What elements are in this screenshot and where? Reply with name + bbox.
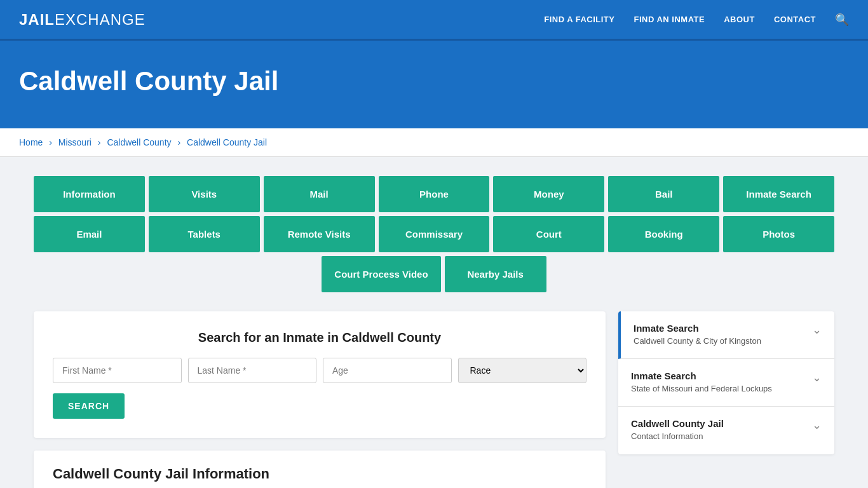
btn-phone[interactable]: Phone — [379, 176, 490, 212]
sidebar-item-1-subtitle: State of Missouri and Federal Lockups — [631, 383, 772, 395]
logo[interactable]: JAIL EXCHANGE — [19, 11, 146, 29]
btn-court-process-video[interactable]: Court Process Video — [322, 256, 440, 292]
breadcrumb-missouri[interactable]: Missouri — [58, 137, 92, 147]
age-input[interactable] — [323, 358, 452, 383]
sidebar-card: Inmate Search Caldwell County & City of … — [618, 311, 834, 454]
breadcrumb: Home › Missouri › Caldwell County › Cald… — [0, 128, 868, 157]
nav-contact[interactable]: CONTACT — [774, 15, 816, 24]
btn-mail[interactable]: Mail — [264, 176, 375, 212]
category-buttons-row1: Information Visits Mail Phone Money Bail… — [34, 176, 834, 212]
breadcrumb-sep-3: › — [177, 137, 180, 147]
btn-photos[interactable]: Photos — [723, 216, 834, 252]
btn-inmate-search[interactable]: Inmate Search — [723, 176, 834, 212]
sidebar-item-2-title: Caldwell County Jail — [631, 418, 724, 429]
nav-find-facility[interactable]: FIND A FACILITY — [544, 15, 614, 24]
nav-links: FIND A FACILITY FIND AN INMATE ABOUT CON… — [544, 13, 849, 27]
search-button[interactable]: SEARCH — [53, 393, 125, 419]
category-buttons-row3: Court Process Video Nearby Jails — [34, 256, 834, 292]
last-name-input[interactable] — [188, 358, 317, 383]
search-fields: RaceWhiteBlackHispanicAsianOther — [53, 358, 587, 383]
btn-court[interactable]: Court — [493, 216, 604, 252]
content-columns: Search for an Inmate in Caldwell County … — [34, 311, 834, 488]
sidebar-item-1-title: Inmate Search — [631, 370, 772, 381]
sidebar-item-1[interactable]: Inmate Search State of Missouri and Fede… — [618, 359, 834, 407]
sidebar-item-2-subtitle: Contact Information — [631, 431, 724, 442]
btn-commissary[interactable]: Commissary — [379, 216, 490, 252]
info-section: Caldwell County Jail Information — [34, 451, 606, 488]
btn-money[interactable]: Money — [493, 176, 604, 212]
btn-email[interactable]: Email — [34, 216, 145, 252]
first-name-input[interactable] — [53, 358, 182, 383]
chevron-down-icon-2: ⌄ — [812, 418, 822, 432]
info-title: Caldwell County Jail Information — [53, 466, 587, 482]
breadcrumb-sep-2: › — [98, 137, 101, 147]
nav-about[interactable]: ABOUT — [724, 15, 755, 24]
hero-section: Caldwell County Jail — [0, 41, 868, 128]
btn-remote-visits[interactable]: Remote Visits — [264, 216, 375, 252]
breadcrumb-home[interactable]: Home — [19, 137, 43, 147]
btn-visits[interactable]: Visits — [149, 176, 260, 212]
sidebar-item-0-subtitle: Caldwell County & City of Kingston — [634, 336, 761, 347]
sidebar-item-2[interactable]: Caldwell County Jail Contact Information… — [618, 407, 834, 454]
breadcrumb-caldwell-county[interactable]: Caldwell County — [107, 137, 171, 147]
breadcrumb-caldwell-jail[interactable]: Caldwell County Jail — [187, 137, 267, 147]
left-column: Search for an Inmate in Caldwell County … — [34, 311, 606, 488]
btn-bail[interactable]: Bail — [608, 176, 719, 212]
logo-exchange: EXCHANGE — [55, 11, 146, 29]
navbar: JAIL EXCHANGE FIND A FACILITY FIND AN IN… — [0, 0, 868, 41]
btn-booking[interactable]: Booking — [608, 216, 719, 252]
btn-information[interactable]: Information — [34, 176, 145, 212]
sidebar: Inmate Search Caldwell County & City of … — [618, 311, 834, 454]
btn-nearby-jails[interactable]: Nearby Jails — [445, 256, 546, 292]
main-content: Information Visits Mail Phone Money Bail… — [21, 157, 847, 488]
page-title: Caldwell County Jail — [19, 66, 849, 97]
inmate-search-panel: Search for an Inmate in Caldwell County … — [34, 311, 606, 438]
nav-find-inmate[interactable]: FIND AN INMATE — [634, 15, 705, 24]
breadcrumb-sep-1: › — [49, 137, 52, 147]
category-buttons-row2: Email Tablets Remote Visits Commissary C… — [34, 216, 834, 252]
btn-tablets[interactable]: Tablets — [149, 216, 260, 252]
search-icon[interactable]: 🔍 — [835, 13, 849, 27]
race-select[interactable]: RaceWhiteBlackHispanicAsianOther — [458, 358, 587, 383]
search-title: Search for an Inmate in Caldwell County — [53, 330, 587, 345]
sidebar-item-0[interactable]: Inmate Search Caldwell County & City of … — [618, 311, 834, 359]
chevron-down-icon-1: ⌄ — [812, 370, 822, 384]
sidebar-item-0-title: Inmate Search — [634, 323, 761, 334]
logo-jail: JAIL — [19, 11, 55, 29]
chevron-down-icon-0: ⌄ — [812, 323, 822, 337]
